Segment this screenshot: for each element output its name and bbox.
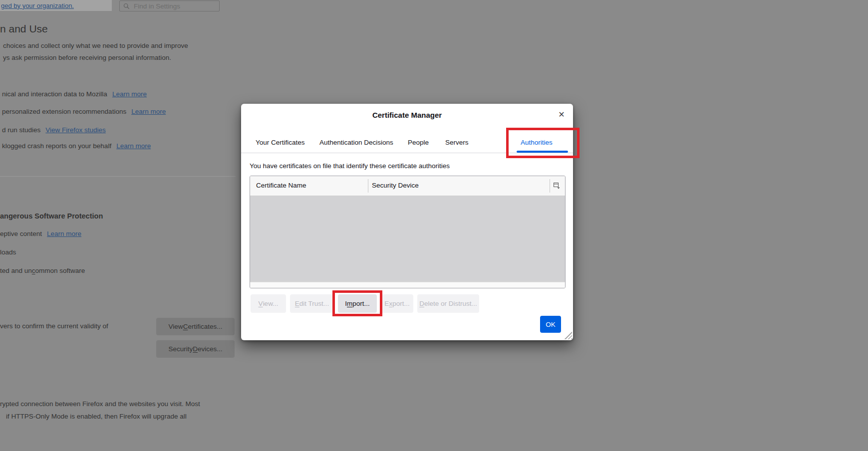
dialog-title: Certificate Manager: [241, 111, 573, 119]
accesskey-letter: V: [259, 300, 263, 307]
setting-label: personalized extension recommendations: [2, 108, 126, 115]
authorities-description: You have certificates on file that ident…: [250, 162, 450, 170]
managed-by-organization-link[interactable]: ged by your organization.: [0, 2, 74, 9]
accesskey-letter: c: [32, 267, 35, 274]
export-button[interactable]: Export...: [381, 294, 413, 313]
tab-authentication-decisions[interactable]: Authentication Decisions: [319, 139, 393, 146]
tab-servers[interactable]: Servers: [445, 139, 469, 146]
setting-label: klogged crash reports on your behalf: [2, 142, 111, 150]
intro-line: choices and collect only what we need to…: [3, 42, 188, 49]
accesskey-letter: D: [419, 300, 424, 307]
learn-more-link[interactable]: Learn more: [112, 90, 147, 98]
label-part: View: [169, 323, 183, 330]
ocsp-label: vers to confirm the current validity of: [0, 322, 108, 330]
find-in-settings-searchbox[interactable]: [119, 0, 220, 11]
tab-authorities[interactable]: Authorities: [521, 139, 553, 146]
security-section-heading: angerous Software Protection: [0, 212, 103, 220]
accesskey-letter: m: [347, 300, 352, 307]
setting-label: ted and uncommon software: [0, 267, 85, 274]
label-part: Security: [168, 345, 193, 353]
setting-label: nical and interaction data to Mozilla: [2, 90, 107, 98]
setting-row: eptive content Learn more: [0, 230, 81, 237]
setting-row: personalized extension recommendations L…: [2, 108, 166, 115]
search-icon: [123, 3, 130, 9]
column-picker-icon[interactable]: [550, 179, 563, 193]
setting-row: klogged crash reports on your behalf Lea…: [2, 142, 151, 150]
setting-label: d run studies: [2, 126, 40, 134]
label-part: evices...: [198, 345, 223, 353]
label-part: E: [384, 300, 389, 307]
tab-people[interactable]: People: [408, 139, 429, 146]
accesskey-letter: E: [295, 300, 299, 307]
security-devices-button[interactable]: Security Devices...: [156, 340, 235, 358]
label-part: ted and un: [0, 267, 32, 274]
intro-line: ys ask permission before receiving perso…: [3, 54, 171, 61]
view-certificates-button[interactable]: View Certificates...: [156, 318, 235, 335]
edit-trust-button[interactable]: Edit Trust...: [290, 294, 334, 313]
view-button[interactable]: View...: [251, 294, 286, 313]
certificate-manager-dialog: Certificate Manager ✕ Your Certificates …: [241, 104, 573, 340]
label-part: elete or Distrust...: [424, 300, 477, 307]
label-part: ertificates...: [188, 323, 222, 330]
label-part: dit Trust...: [299, 300, 329, 307]
column-separator[interactable]: [368, 179, 368, 193]
label-part: port...: [392, 300, 410, 307]
table-header: Certificate Name Security Device: [250, 176, 565, 196]
column-header-certificate-name[interactable]: Certificate Name: [256, 182, 306, 189]
learn-more-link[interactable]: Learn more: [47, 230, 81, 237]
label-part: port...: [352, 300, 370, 307]
table-scrollbar-track[interactable]: [250, 282, 565, 288]
accesskey-letter: D: [193, 345, 198, 353]
view-firefox-studies-link[interactable]: View Firefox studies: [45, 126, 106, 134]
ok-button[interactable]: OK: [540, 316, 561, 333]
data-collection-heading: n and Use: [0, 23, 48, 35]
resize-grip[interactable]: [564, 331, 572, 339]
https-text-line: if HTTPS-Only Mode is enabled, then Fire…: [6, 413, 187, 420]
column-header-security-device[interactable]: Security Device: [372, 182, 419, 189]
accesskey-letter: x: [389, 300, 392, 307]
close-icon[interactable]: ✕: [555, 108, 568, 121]
setting-row: d run studies View Firefox studies: [2, 126, 106, 134]
setting-label: loads: [0, 248, 16, 256]
search-input[interactable]: [133, 2, 216, 10]
certificate-list-empty[interactable]: [250, 196, 565, 282]
accesskey-letter: C: [183, 323, 188, 330]
import-button[interactable]: Import...: [338, 294, 377, 313]
https-text-line: rypted connection between Firefox and th…: [0, 400, 200, 408]
tab-your-certificates[interactable]: Your Certificates: [256, 139, 305, 146]
learn-more-link[interactable]: Learn more: [116, 142, 151, 150]
active-tab-indicator: [517, 151, 568, 153]
certificates-table: Certificate Name Security Device: [250, 176, 566, 288]
setting-label: eptive content: [0, 230, 42, 237]
managed-notice-bar: ged by your organization.: [0, 0, 112, 11]
action-button-row: View... Edit Trust... Import... Export..…: [251, 294, 479, 313]
label-part: ommon software: [35, 267, 85, 274]
learn-more-link[interactable]: Learn more: [131, 108, 166, 115]
setting-row: nical and interaction data to Mozilla Le…: [2, 90, 147, 98]
label-part: iew...: [263, 300, 279, 307]
section-divider: [0, 176, 236, 177]
delete-or-distrust-button[interactable]: Delete or Distrust...: [417, 294, 479, 313]
